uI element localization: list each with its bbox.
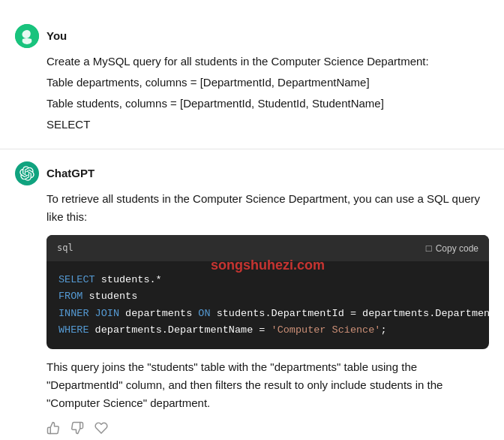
kw-from: FROM — [58, 291, 82, 302]
thumb-down-icon — [70, 421, 84, 435]
user-message: You Create a MySQL query for all student… — [0, 12, 504, 149]
user-line-4: SELECT — [46, 116, 489, 134]
copy-code-button[interactable]: □ Copy code — [426, 243, 478, 254]
chatgpt-message: ChatGPT To retrieve all students in the … — [0, 149, 504, 440]
thumb-up-icon — [46, 421, 60, 435]
chatgpt-avatar — [15, 161, 39, 185]
user-message-header: You — [15, 24, 489, 48]
code-line-3: INNER JOIN departments ON students.Depar… — [58, 306, 477, 322]
user-line-1: Create a MySQL query for all students in… — [46, 53, 489, 71]
code-block: songshuhezi.com sql □ Copy code SELECT s… — [46, 235, 489, 349]
code-line-1: SELECT students.* — [58, 272, 477, 288]
chatgpt-message-content: To retrieve all students in the Computer… — [15, 190, 489, 440]
copy-code-label: Copy code — [436, 243, 478, 254]
action-icons-bar — [46, 421, 489, 440]
conversation: You Create a MySQL query for all student… — [0, 0, 504, 440]
user-line-2: Table departments, columns = [Department… — [46, 74, 489, 92]
copy-response-icon — [94, 421, 108, 435]
chatgpt-intro: To retrieve all students in the Computer… — [46, 190, 489, 226]
thumb-up-button[interactable] — [46, 421, 60, 440]
chatgpt-outro: This query joins the "students" table wi… — [46, 358, 489, 412]
chatgpt-name: ChatGPT — [46, 164, 94, 182]
copy-icon: □ — [426, 243, 432, 254]
kw-on: ON — [198, 308, 210, 319]
code-line-2: FROM students — [58, 288, 477, 305]
chatgpt-message-header: ChatGPT — [15, 161, 489, 185]
code-line-4: WHERE departments.DepartmentName = 'Comp… — [58, 322, 477, 339]
string-value: 'Computer Science' — [272, 324, 381, 336]
code-block-header: sql □ Copy code — [46, 235, 489, 261]
user-message-content: Create a MySQL query for all students in… — [15, 53, 489, 134]
kw-inner-join: INNER JOIN — [58, 308, 119, 319]
code-language-label: sql — [57, 241, 74, 255]
user-name: You — [46, 27, 67, 45]
copy-response-button[interactable] — [94, 421, 108, 440]
user-avatar — [15, 24, 39, 48]
kw-select: SELECT — [58, 274, 95, 285]
user-avatar-icon — [15, 24, 39, 48]
kw-where: WHERE — [58, 324, 89, 336]
chatgpt-logo-icon — [20, 166, 34, 181]
code-block-body: SELECT students.* FROM students INNER JO… — [46, 261, 489, 349]
thumb-down-button[interactable] — [70, 421, 84, 440]
user-line-3: Table students, columns = [DepartmentId,… — [46, 95, 489, 113]
